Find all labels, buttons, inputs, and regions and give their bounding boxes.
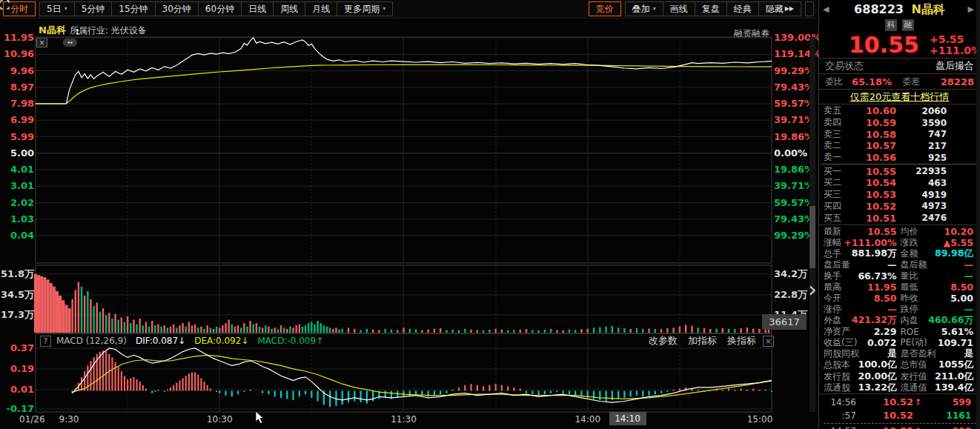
price-axis-label: 5.99 [0,132,34,142]
stat-value: 5.61% [941,326,977,337]
percent-axis-label: 19.86% [774,164,814,175]
collapse-panel-handle[interactable]: › [807,271,818,310]
tick-trade-list: 14:5610.52↑599:5710.52116114:5710.53↑298 [819,394,980,429]
price-volume-macd-chart[interactable] [0,0,818,429]
stat-cell: ROE5.61% [901,326,978,337]
price-change-pct: +111.0% [930,45,980,56]
tick-row-2[interactable]: :5710.521161 [824,409,977,422]
macd-axis-label: 0.19 [0,364,34,374]
order-level-label: 卖三 [824,128,849,141]
stat-row-2: 涨幅+111.00%涨跌▲5.55 [824,237,977,248]
price-axis-label: 11.95 [0,33,34,43]
stat-value: 8.50 [874,293,901,304]
order-book-row-ask1[interactable]: 卖五10.602060 [819,105,980,117]
order-book-row-bid3[interactable]: 买三10.534919 [819,189,980,201]
stat-value: 5.00 [950,293,977,304]
date-label: 01/26 [19,413,45,425]
stat-value: — [964,270,978,282]
stat-row-8: 涨停—跌停— [824,304,977,315]
mouse-cursor [256,411,263,424]
macd-hist-value: MACD:-0.009↑ [257,336,323,346]
tick-volume: 599 [953,397,977,408]
trade-status-label: 交易状态 [825,59,864,73]
tick-direction-icon: ↑ [914,426,921,429]
stat-row-12: 同股同权是是否盈利是 [824,348,977,359]
stock-title-bar: ◀ 688223 N晶科 ▶ [819,0,980,19]
stat-value: 109.71 [938,337,977,348]
switch-indicator-button[interactable]: 换指标 [727,334,756,347]
volume-axis-label-right: 34.2万 [774,269,807,279]
add-indicator-button[interactable]: 加指标 [688,334,717,347]
order-price: 10.56 [849,152,896,163]
stat-value: 11.95 [867,282,901,293]
stat-value: — [964,259,978,270]
order-book-row-ask3[interactable]: 卖三10.58747 [819,128,980,140]
help-icon[interactable]: ? [40,336,51,347]
price-change-block: +5.55 +111.0% [930,34,980,56]
macd-dea-value: DEA:0.092↓ [194,336,248,346]
last-price: 10.55 [849,33,919,57]
order-volume: 747 [928,129,947,139]
order-price: 10.59 [849,117,896,128]
order-volume: 463 [928,178,947,188]
time-axis-label: 11:30 [391,413,417,425]
stat-label: 流通值 [901,382,927,394]
percent-axis-label: 79.43% [774,214,814,225]
order-level-label: 买三 [824,188,849,201]
stat-row-3: 总手881.98万金额89.98亿 [824,248,977,259]
order-volume: 2476 [922,213,947,223]
stat-row-11: 收益(三)0.072PE(动)109.71 [824,337,977,348]
percent-axis-label: 39.71% [774,115,814,125]
time-axis-label: 15:00 [746,413,773,425]
price-summary: 10.55 +5.55 +111.0% + [819,33,980,58]
splitter-thumb[interactable] [810,206,815,268]
order-price: 10.52 [849,201,896,212]
order-level-label: 卖二 [824,139,849,152]
prev-stock-arrow[interactable]: ◀ [823,0,829,19]
order-volume: 4973 [922,201,947,211]
tick-row-3[interactable]: 14:5710.53↑298 [824,425,977,429]
order-level-label: 买四 [824,200,849,213]
macd-axis-label: 0.37 [0,343,34,353]
price-axis-label: 6.99 [0,115,34,125]
order-price: 10.51 [849,213,896,224]
next-stock-arrow[interactable]: ▶ [968,0,974,19]
price-axis-label: 2.02 [0,198,34,208]
price-axis-label: 0.04 [0,230,34,241]
stock-badges: 科 融 [819,19,980,33]
change-params-button[interactable]: 改参数 [649,334,678,347]
panel-scrollbar-track[interactable] [976,0,980,429]
stat-row-9: 外盘421.32万内盘460.66万 [824,315,977,326]
order-book-row-ask2[interactable]: 卖四10.593590 [819,117,980,129]
close-indicator-icon[interactable]: × [763,336,774,347]
tick-row-1[interactable]: 14:5610.52↑599 [824,396,977,409]
order-book-row-bid4[interactable]: 买四10.524973 [819,201,980,213]
stat-label: ROE [901,327,919,337]
order-book-row-ask5[interactable]: 卖一10.56925 [819,152,980,164]
order-book-row-bid1[interactable]: 买一10.5522935 [819,165,980,177]
order-book-row-bid2[interactable]: 买二10.54463 [819,177,980,189]
time-axis-label: 14:00 [575,413,601,425]
time-crosshair-label: 14:10 [609,412,646,425]
order-level-label: 买五 [824,212,849,225]
stock-code: 688223 [854,2,904,16]
order-imbalance-row: 委比 65.18% 委差 28228 [819,74,980,89]
order-price: 10.57 [849,140,896,151]
tick-volume: 298 [953,426,977,429]
quote-panel: ◀ 688223 N晶科 ▶ 科 融 10.55 +5.55 +111.0% +… [818,0,980,429]
macd-indicator-header: ? MACD (12,26,9) DIF:0.087↓ DEA:0.092↓ M… [40,335,323,347]
tick-price: 10.52 [883,410,913,421]
macd-dif-value: DIF:0.087↓ [136,336,185,346]
order-book-row-ask4[interactable]: 卖二10.57217 [819,140,980,152]
order-price: 10.53 [849,189,896,200]
volume-axis-label-right: 22.8万 [774,290,807,300]
stat-value: +111.00% [844,237,900,248]
price-axis-label: 1.03 [0,214,34,225]
level2-upsell-link[interactable]: 仅需20元查看十档行情 [819,90,980,104]
stat-value: ▲5.55 [944,237,977,248]
order-book-row-bid5[interactable]: 买五10.512476 [819,212,980,224]
star-market-badge: 科 [885,19,897,31]
stat-row-1: 最新10.55均价10.20 [824,226,977,237]
stat-cell: 内盘460.66万 [901,314,978,327]
stat-value: 10.20 [944,226,977,237]
